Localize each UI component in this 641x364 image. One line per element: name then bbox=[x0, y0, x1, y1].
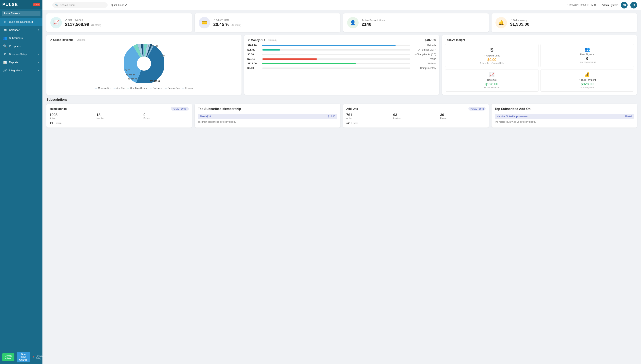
sidebar-item-label: Business Dashboard bbox=[9, 20, 33, 23]
insight-label: Revenue bbox=[448, 78, 536, 81]
pie-label-addons: $52,728.34 bbox=[148, 45, 158, 47]
kpi-label-text: Active Subscriptions bbox=[362, 19, 385, 22]
top-membership-title: Top Subscribed Membership bbox=[198, 107, 337, 111]
subscriptions-title: Subscriptions bbox=[47, 98, 637, 102]
one-time-charge-button[interactable]: One Time Charge bbox=[17, 352, 30, 362]
sidebar-nav: ⊞ Business Dashboard ▦ Calendar ▾ 👥 Subs… bbox=[0, 18, 43, 74]
stat-inactive: 18 Inactive bbox=[97, 113, 142, 120]
revenue-icon: 📈 bbox=[448, 72, 536, 78]
kpi-label-text: Delinquency bbox=[513, 19, 527, 22]
sidebar-item-business-dashboard[interactable]: ⊞ Business Dashboard bbox=[0, 18, 43, 26]
active-label: Active bbox=[346, 117, 392, 120]
inactive-label: Inactive bbox=[97, 117, 142, 120]
money-row-complimentary: $0.00 Complimentary bbox=[247, 66, 436, 70]
grid-icon: ⊞ bbox=[3, 20, 7, 24]
kpi-info: ↗ Net Revenue $117,568.99 (Custom) bbox=[65, 18, 101, 27]
money-label: Complimentary bbox=[412, 67, 436, 70]
money-label: ↗ Chargebacks (CC) bbox=[412, 53, 436, 56]
pie-label-memberships: $59,330.03 bbox=[150, 80, 160, 82]
addon-plan-name: Member Voted Improvement bbox=[497, 115, 528, 118]
subscribers-icon: 👥 bbox=[3, 36, 7, 40]
money-bar bbox=[262, 58, 317, 60]
legend-dot bbox=[114, 88, 116, 88]
insight-revenue: 📈 Revenue $928.00 Gross Revenue bbox=[445, 69, 538, 92]
sidebar-item-label: Subscribers bbox=[9, 36, 23, 40]
power-button[interactable]: ⏻ bbox=[630, 2, 637, 8]
legend-dot bbox=[165, 88, 167, 88]
sidebar-item-integrations[interactable]: 🔗 Integrations ▾ bbox=[0, 66, 43, 74]
insight-label: New Signups bbox=[543, 53, 631, 56]
search-input[interactable] bbox=[60, 4, 105, 6]
client-selector[interactable]: Pulse Fitness - bbox=[2, 11, 41, 16]
sidebar-item-label: Reports bbox=[9, 61, 18, 64]
pie-center bbox=[137, 56, 151, 71]
money-row-refunds: $181.20 Refunds bbox=[247, 44, 436, 47]
bulk-payment-icon: 💰 bbox=[543, 72, 631, 78]
kpi-label-text: Churn Rate bbox=[216, 18, 229, 21]
legend-dot bbox=[150, 88, 152, 88]
arrow-icon: ↗ bbox=[247, 38, 250, 42]
kpi-info: Active Subscriptions 2148 bbox=[362, 19, 385, 27]
money-row-waivers: $127.00 Waivers bbox=[247, 62, 436, 65]
pie-label-zero1: $0.00 bbox=[160, 55, 165, 57]
sidebar-item-label: Business Setup bbox=[9, 53, 27, 56]
money-bar-wrap bbox=[262, 58, 411, 60]
avatar[interactable]: AS bbox=[621, 2, 627, 8]
money-amount: $25.00 bbox=[247, 48, 260, 51]
legend-oneonone: One-on-One bbox=[165, 87, 180, 89]
sidebar-item-label: Prospects bbox=[9, 44, 21, 48]
net-revenue-icon: 📈 bbox=[50, 17, 62, 28]
client-name: Pulse Fitness - bbox=[4, 12, 20, 15]
filter-icon[interactable]: ⚌ bbox=[47, 3, 49, 7]
privacy-policy-link[interactable]: 📍 Privacy Policy bbox=[32, 355, 43, 360]
stat-future: 30 Future bbox=[440, 113, 486, 120]
kpi-value-net-revenue: $117,568.99 bbox=[65, 22, 89, 27]
main-content: ⚌ 🔍 Quick Links ↗ 10/28/2023 02:53:13 PM… bbox=[43, 0, 641, 364]
sidebar: PULSE LIVE Pulse Fitness - ⊞ Business Da… bbox=[0, 0, 43, 364]
quick-links-button[interactable]: Quick Links ↗ bbox=[111, 4, 127, 6]
delinquency-icon: 🔔 bbox=[495, 17, 507, 28]
sidebar-item-calendar[interactable]: ▦ Calendar ▾ bbox=[0, 26, 43, 34]
active-subs-icon: 👤 bbox=[347, 17, 359, 28]
stat-active: 761 Active bbox=[346, 113, 392, 120]
kpi-card-churn-rate: 💳 ↗ Churn Rate 20.45 % (Custom) bbox=[195, 14, 340, 32]
reports-icon: 📊 bbox=[3, 60, 7, 64]
legend-packages: Packages bbox=[150, 87, 162, 89]
pie-chart: $52,728.34 $0.00 $0.00 $3,388.78 $2,529.… bbox=[124, 44, 164, 83]
kpi-card-net-revenue: 📈 ↗ Net Revenue $117,568.99 (Custom) bbox=[47, 14, 192, 32]
insight-title: Today's Insight bbox=[445, 38, 465, 42]
frozen-num: 14 bbox=[50, 121, 53, 124]
sidebar-item-subscribers[interactable]: 👥 Subscribers bbox=[0, 34, 43, 42]
sidebar-item-prospects[interactable]: 🔍 Prospects bbox=[0, 42, 43, 50]
insight-new-signups: 👥 New Signups 0 Total new signups bbox=[540, 44, 634, 67]
create-client-button[interactable]: Create client bbox=[2, 353, 15, 361]
gross-revenue-card: ↗ Gross Revenue (Custom) bbox=[47, 35, 242, 95]
kpi-value-active-subs: 2148 bbox=[362, 22, 371, 27]
top-membership-card: Top Subscribed Membership Fixed-$10 $10.… bbox=[195, 104, 340, 128]
money-row-returns: $25.00 ↗ Returns (ACH) bbox=[247, 48, 436, 51]
money-amount: $181.20 bbox=[247, 44, 260, 47]
chevron-down-icon: ▾ bbox=[38, 53, 39, 56]
sidebar-item-business-setup[interactable]: ⚙ Business Setup ▾ bbox=[0, 50, 43, 58]
sidebar-item-reports[interactable]: 📊 Reports ▾ bbox=[0, 58, 43, 66]
money-bar-wrap bbox=[262, 68, 411, 69]
insight-sublabel: Total value of unpaid bills bbox=[448, 62, 536, 64]
legend-classes: Classes bbox=[182, 87, 193, 89]
kpi-sub-churn: (Custom) bbox=[231, 24, 241, 26]
kpi-sub-net-revenue: (Custom) bbox=[91, 24, 101, 26]
plan-price: $10.00 bbox=[328, 115, 335, 118]
kpi-value-delinquency: $1,935.00 bbox=[510, 22, 529, 27]
frozen-label: Frozen bbox=[55, 122, 62, 124]
insight-value-revenue: $928.00 bbox=[448, 82, 536, 86]
bottom-bar: Create client One Time Charge 📍 Privacy … bbox=[0, 350, 43, 364]
insight-label: ↗ Unpaid Dues bbox=[448, 54, 536, 57]
money-bar bbox=[262, 45, 396, 46]
insight-bulk-payment: 💰 ↗ Bulk Payment $928.00 Bulk Payment bbox=[540, 69, 634, 92]
money-out-subtitle: (Custom) bbox=[268, 39, 277, 42]
legend-dot bbox=[95, 88, 97, 88]
chevron-down-icon: ▾ bbox=[38, 28, 39, 31]
frozen-row: 14 Frozen bbox=[50, 121, 189, 124]
pie-label-packages: $3,388.78 bbox=[126, 74, 135, 76]
money-bar-wrap bbox=[262, 54, 411, 55]
pie-label-zero2: $0.00 bbox=[125, 69, 130, 72]
